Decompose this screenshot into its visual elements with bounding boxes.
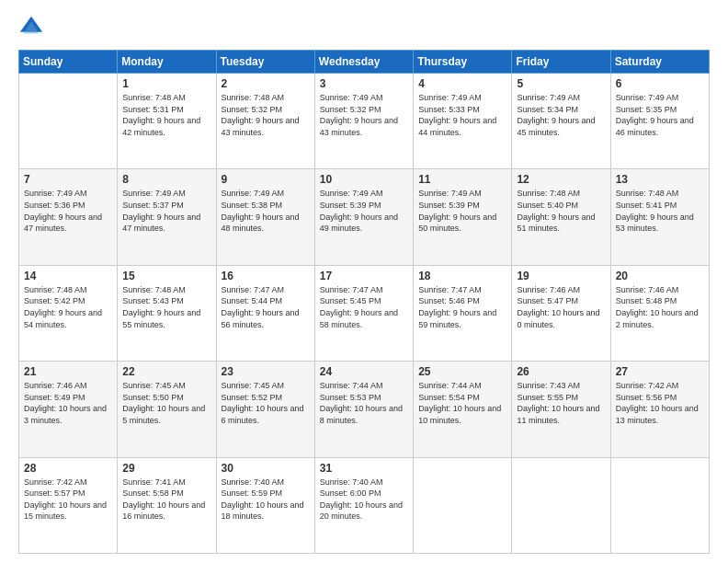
day-number: 8 xyxy=(122,173,210,186)
calendar-cell-w2-d1: 7Sunrise: 7:49 AMSunset: 5:36 PMDaylight… xyxy=(19,169,118,265)
day-number: 20 xyxy=(616,270,704,282)
calendar-cell-w5-d3: 30Sunrise: 7:40 AMSunset: 5:59 PMDayligh… xyxy=(216,457,314,553)
day-info: Sunrise: 7:49 AMSunset: 5:36 PMDaylight:… xyxy=(24,188,112,234)
day-info: Sunrise: 7:46 AMSunset: 5:49 PMDaylight:… xyxy=(24,380,112,426)
day-number: 23 xyxy=(222,365,310,378)
day-number: 6 xyxy=(616,77,704,90)
calendar-cell-w5-d4: 31Sunrise: 7:40 AMSunset: 6:00 PMDayligh… xyxy=(314,457,413,553)
calendar-cell-w4-d7: 27Sunrise: 7:42 AMSunset: 5:56 PMDayligh… xyxy=(610,362,709,457)
day-info: Sunrise: 7:47 AMSunset: 5:45 PMDaylight:… xyxy=(320,284,408,330)
day-info: Sunrise: 7:44 AMSunset: 5:54 PMDaylight:… xyxy=(418,380,506,426)
week-row-1: 1Sunrise: 7:48 AMSunset: 5:31 PMDaylight… xyxy=(19,74,710,169)
day-info: Sunrise: 7:45 AMSunset: 5:50 PMDaylight:… xyxy=(122,380,210,426)
day-info: Sunrise: 7:48 AMSunset: 5:41 PMDaylight:… xyxy=(616,188,704,234)
day-number: 7 xyxy=(24,173,112,186)
day-info: Sunrise: 7:49 AMSunset: 5:33 PMDaylight:… xyxy=(418,92,506,138)
day-number: 11 xyxy=(418,173,506,186)
calendar-cell-w3-d6: 19Sunrise: 7:46 AMSunset: 5:47 PMDayligh… xyxy=(512,265,610,361)
calendar-cell-w3-d2: 15Sunrise: 7:48 AMSunset: 5:43 PMDayligh… xyxy=(118,265,216,361)
weekday-header-friday: Friday xyxy=(512,51,610,74)
calendar-cell-w1-d7: 6Sunrise: 7:49 AMSunset: 5:35 PMDaylight… xyxy=(610,74,709,169)
day-number: 19 xyxy=(517,270,605,282)
day-info: Sunrise: 7:49 AMSunset: 5:38 PMDaylight:… xyxy=(222,188,310,234)
day-info: Sunrise: 7:48 AMSunset: 5:32 PMDaylight:… xyxy=(222,92,310,138)
day-number: 29 xyxy=(122,462,210,475)
day-info: Sunrise: 7:49 AMSunset: 5:35 PMDaylight:… xyxy=(616,92,704,138)
day-info: Sunrise: 7:40 AMSunset: 6:00 PMDaylight:… xyxy=(320,477,408,523)
day-info: Sunrise: 7:48 AMSunset: 5:40 PMDaylight:… xyxy=(517,188,605,234)
calendar-cell-w2-d7: 13Sunrise: 7:48 AMSunset: 5:41 PMDayligh… xyxy=(610,169,709,265)
day-number: 14 xyxy=(24,270,112,282)
day-number: 10 xyxy=(320,173,408,186)
day-number: 15 xyxy=(122,270,210,282)
day-info: Sunrise: 7:49 AMSunset: 5:34 PMDaylight:… xyxy=(517,92,605,138)
day-number: 26 xyxy=(517,365,605,378)
page: SundayMondayTuesdayWednesdayThursdayFrid… xyxy=(0,0,728,563)
day-info: Sunrise: 7:42 AMSunset: 5:57 PMDaylight:… xyxy=(24,477,112,523)
day-info: Sunrise: 7:48 AMSunset: 5:31 PMDaylight:… xyxy=(122,92,210,138)
calendar-cell-w5-d6 xyxy=(512,457,610,553)
weekday-header-saturday: Saturday xyxy=(610,51,709,74)
calendar-cell-w4-d3: 23Sunrise: 7:45 AMSunset: 5:52 PMDayligh… xyxy=(216,362,314,457)
calendar-cell-w1-d4: 3Sunrise: 7:49 AMSunset: 5:32 PMDaylight… xyxy=(314,74,413,169)
day-number: 27 xyxy=(616,365,704,378)
weekday-header-monday: Monday xyxy=(118,51,216,74)
day-number: 16 xyxy=(222,270,310,282)
calendar-cell-w5-d2: 29Sunrise: 7:41 AMSunset: 5:58 PMDayligh… xyxy=(118,457,216,553)
weekday-header-tuesday: Tuesday xyxy=(216,51,314,74)
day-number: 12 xyxy=(517,173,605,186)
day-number: 17 xyxy=(320,270,408,282)
day-number: 9 xyxy=(222,173,310,186)
weekday-header-wednesday: Wednesday xyxy=(314,51,413,74)
day-info: Sunrise: 7:48 AMSunset: 5:43 PMDaylight:… xyxy=(122,284,210,330)
day-number: 25 xyxy=(418,365,506,378)
day-info: Sunrise: 7:46 AMSunset: 5:47 PMDaylight:… xyxy=(517,284,605,330)
day-number: 5 xyxy=(517,77,605,90)
calendar-cell-w3-d5: 18Sunrise: 7:47 AMSunset: 5:46 PMDayligh… xyxy=(414,265,512,361)
day-info: Sunrise: 7:45 AMSunset: 5:52 PMDaylight:… xyxy=(222,380,310,426)
calendar-cell-w4-d5: 25Sunrise: 7:44 AMSunset: 5:54 PMDayligh… xyxy=(414,362,512,457)
day-number: 4 xyxy=(418,77,506,90)
day-info: Sunrise: 7:48 AMSunset: 5:42 PMDaylight:… xyxy=(24,284,112,330)
day-info: Sunrise: 7:41 AMSunset: 5:58 PMDaylight:… xyxy=(122,477,210,523)
calendar-cell-w3-d7: 20Sunrise: 7:46 AMSunset: 5:48 PMDayligh… xyxy=(610,265,709,361)
day-info: Sunrise: 7:49 AMSunset: 5:39 PMDaylight:… xyxy=(418,188,506,234)
week-row-2: 7Sunrise: 7:49 AMSunset: 5:36 PMDaylight… xyxy=(19,169,710,265)
calendar-cell-w4-d6: 26Sunrise: 7:43 AMSunset: 5:55 PMDayligh… xyxy=(512,362,610,457)
day-number: 30 xyxy=(222,462,310,475)
header xyxy=(18,15,710,40)
calendar-cell-w4-d4: 24Sunrise: 7:44 AMSunset: 5:53 PMDayligh… xyxy=(314,362,413,457)
day-info: Sunrise: 7:47 AMSunset: 5:46 PMDaylight:… xyxy=(418,284,506,330)
day-info: Sunrise: 7:47 AMSunset: 5:44 PMDaylight:… xyxy=(222,284,310,330)
day-number: 31 xyxy=(320,462,408,475)
day-number: 2 xyxy=(222,77,310,90)
day-number: 3 xyxy=(320,77,408,90)
calendar-cell-w5-d7 xyxy=(610,457,709,553)
calendar-cell-w4-d2: 22Sunrise: 7:45 AMSunset: 5:50 PMDayligh… xyxy=(118,362,216,457)
calendar-cell-w5-d5 xyxy=(414,457,512,553)
week-row-4: 21Sunrise: 7:46 AMSunset: 5:49 PMDayligh… xyxy=(19,362,710,457)
day-number: 18 xyxy=(418,270,506,282)
weekday-header-thursday: Thursday xyxy=(414,51,512,74)
calendar-cell-w1-d3: 2Sunrise: 7:48 AMSunset: 5:32 PMDaylight… xyxy=(216,74,314,169)
day-number: 21 xyxy=(24,365,112,378)
calendar-cell-w2-d2: 8Sunrise: 7:49 AMSunset: 5:37 PMDaylight… xyxy=(118,169,216,265)
calendar-table: SundayMondayTuesdayWednesdayThursdayFrid… xyxy=(18,50,710,554)
calendar-cell-w2-d5: 11Sunrise: 7:49 AMSunset: 5:39 PMDayligh… xyxy=(414,169,512,265)
calendar-cell-w2-d3: 9Sunrise: 7:49 AMSunset: 5:38 PMDaylight… xyxy=(216,169,314,265)
day-info: Sunrise: 7:46 AMSunset: 5:48 PMDaylight:… xyxy=(616,284,704,330)
calendar-cell-w1-d2: 1Sunrise: 7:48 AMSunset: 5:31 PMDaylight… xyxy=(118,74,216,169)
weekday-header-sunday: Sunday xyxy=(19,51,118,74)
day-number: 24 xyxy=(320,365,408,378)
weekday-header-row: SundayMondayTuesdayWednesdayThursdayFrid… xyxy=(19,51,710,74)
calendar-cell-w2-d4: 10Sunrise: 7:49 AMSunset: 5:39 PMDayligh… xyxy=(314,169,413,265)
day-info: Sunrise: 7:49 AMSunset: 5:37 PMDaylight:… xyxy=(122,188,210,234)
day-number: 1 xyxy=(122,77,210,90)
day-info: Sunrise: 7:49 AMSunset: 5:32 PMDaylight:… xyxy=(320,92,408,138)
day-number: 22 xyxy=(122,365,210,378)
day-info: Sunrise: 7:49 AMSunset: 5:39 PMDaylight:… xyxy=(320,188,408,234)
calendar-cell-w3-d1: 14Sunrise: 7:48 AMSunset: 5:42 PMDayligh… xyxy=(19,265,118,361)
calendar-cell-w1-d6: 5Sunrise: 7:49 AMSunset: 5:34 PMDaylight… xyxy=(512,74,610,169)
week-row-5: 28Sunrise: 7:42 AMSunset: 5:57 PMDayligh… xyxy=(19,457,710,553)
calendar-cell-w3-d3: 16Sunrise: 7:47 AMSunset: 5:44 PMDayligh… xyxy=(216,265,314,361)
